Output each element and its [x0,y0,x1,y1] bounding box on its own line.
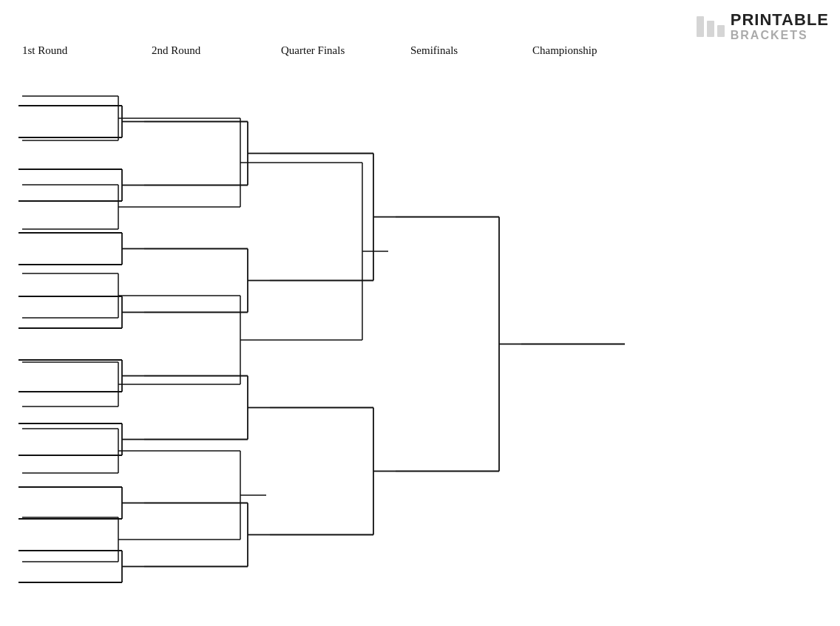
round-labels: 1st Round 2nd Round Quarter Finals Semif… [0,44,840,57]
logo-line2: BRACKETS [731,29,829,42]
round-label-semi: Semifinals [410,44,532,57]
logo-text: PRINTABLE BRACKETS [731,11,829,42]
logo-line1: PRINTABLE [731,11,829,29]
round-label-quarter: Quarter Finals [281,44,410,57]
round-label-2nd: 2nd Round [152,44,281,57]
round-label-championship: Championship [532,44,654,57]
round-label-1st: 1st Round [22,44,152,57]
logo: PRINTABLE BRACKETS [697,11,829,42]
bracket-main [18,74,758,606]
logo-icon [697,16,725,37]
